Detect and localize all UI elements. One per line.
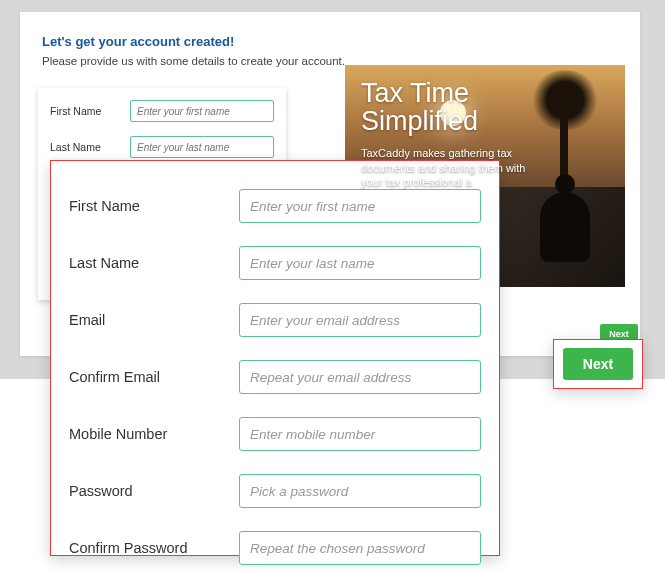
first-name-input-bg[interactable] — [130, 100, 274, 122]
password-label: Password — [69, 483, 239, 499]
promo-subtitle: TaxCaddy makes gathering tax documents a… — [361, 146, 531, 191]
last-name-input-bg[interactable] — [130, 136, 274, 158]
confirm-password-label: Confirm Password — [69, 540, 239, 556]
last-name-input[interactable] — [239, 246, 481, 280]
last-name-label: Last Name — [69, 255, 239, 271]
next-button-highlight-box: Next — [553, 339, 643, 389]
promo-title: Tax Time Simplified — [361, 79, 531, 136]
last-name-label-bg: Last Name — [50, 141, 130, 153]
mobile-number-input[interactable] — [239, 417, 481, 451]
mobile-number-label: Mobile Number — [69, 426, 239, 442]
password-input[interactable] — [239, 474, 481, 508]
first-name-label: First Name — [69, 198, 239, 214]
confirm-email-input[interactable] — [239, 360, 481, 394]
panel-heading: Let's get your account created! — [42, 34, 618, 49]
first-name-input[interactable] — [239, 189, 481, 223]
next-button[interactable]: Next — [563, 348, 633, 380]
confirm-email-label: Confirm Email — [69, 369, 239, 385]
email-input[interactable] — [239, 303, 481, 337]
confirm-password-input[interactable] — [239, 531, 481, 565]
first-name-label-bg: First Name — [50, 105, 130, 117]
email-label: Email — [69, 312, 239, 328]
signup-form-highlight: First Name Last Name Email Confirm Email… — [50, 160, 500, 556]
